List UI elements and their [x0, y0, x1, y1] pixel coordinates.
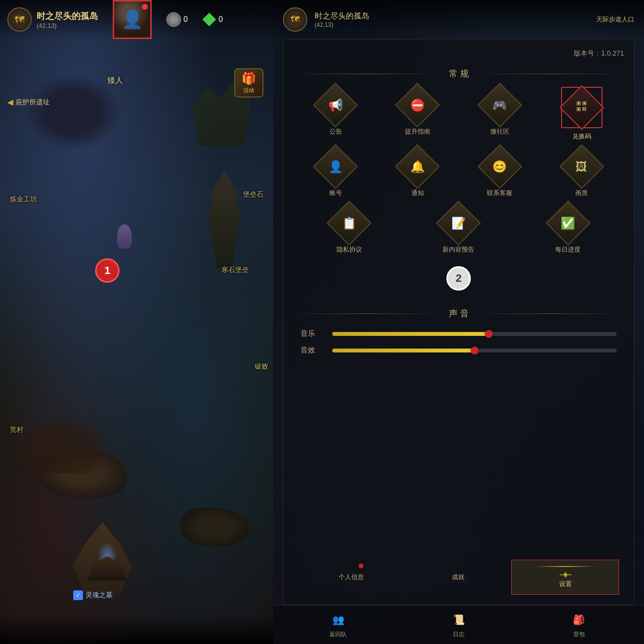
- location-coords-right: (42,13): [315, 21, 369, 28]
- currency-display-left: 0: [166, 12, 188, 27]
- left-panel: 🗺 时之尽头的孤岛 (42,13) 👤 0 0 矮人 🎁 活动 ◀ 庇护所遗址 …: [0, 0, 273, 644]
- settings-button[interactable]: 设置: [511, 560, 619, 595]
- redeem-highlight-box: [561, 87, 603, 128]
- sound-section-title: 声 音: [293, 308, 624, 319]
- shelter-button[interactable]: ◀ 庇护所遗址: [7, 98, 50, 107]
- tab-bag[interactable]: 🎒 背包: [519, 611, 639, 639]
- icon-quality[interactable]: 🖼 画质: [544, 148, 619, 197]
- redeem-label: 兑换码: [572, 132, 591, 141]
- icon-account[interactable]: 👤 账号: [298, 148, 373, 197]
- currency-icon-left: [166, 12, 181, 27]
- currency-amount-left: 0: [183, 15, 188, 24]
- location-name-right: 时之尽头的孤岛: [315, 11, 369, 21]
- icon-support[interactable]: 😊 联系客服: [463, 148, 537, 197]
- bottom-actions: 个人信息 成就 设置: [293, 560, 624, 595]
- soul-tomb-label-text: ✓ 灵魂之墓: [73, 590, 113, 600]
- privacy-symbol: 📋: [342, 216, 357, 230]
- portrait-notification-dot: [142, 4, 148, 10]
- achievement-label: 成就: [452, 573, 464, 582]
- icon-quality-wrapper: 🖼: [564, 148, 600, 185]
- soul-tomb-name: 灵魂之墓: [85, 591, 113, 600]
- redeem-symbol: [576, 100, 587, 115]
- quality-label: 画质: [575, 189, 588, 197]
- svg-marker-13: [564, 572, 567, 578]
- icon-community[interactable]: 🎮 微社区: [463, 87, 537, 141]
- step2-number: 2: [456, 272, 462, 285]
- soul-tomb: [88, 542, 127, 581]
- gem-icon-left: [202, 13, 216, 26]
- sound-section: 声 音 音乐 音效: [293, 308, 624, 362]
- bag-label: 背包: [573, 630, 585, 639]
- chevron-icon: ◀: [7, 98, 13, 107]
- icon-redeem[interactable]: 兑换码: [544, 87, 619, 141]
- svg-rect-5: [584, 102, 585, 104]
- check-icon: ✓: [73, 590, 83, 600]
- personal-info-button[interactable]: 个人信息: [298, 560, 405, 595]
- map-icon-right[interactable]: 🗺: [283, 7, 307, 32]
- bag-icon: 🎒: [570, 611, 587, 628]
- icon-daily[interactable]: ✅ 每日进度: [550, 205, 586, 254]
- step-badge-2: 2: [446, 266, 471, 291]
- icons-grid-row3: 📋 隐私协议 📝 新内容预告 ✅ 每日进度: [293, 205, 624, 254]
- party-icon: 👥: [330, 611, 347, 628]
- map-icon-left[interactable]: 🗺: [7, 7, 32, 32]
- gem-amount-left: 0: [219, 15, 223, 24]
- icon-privacy[interactable]: 📋 隐私协议: [331, 205, 367, 254]
- notification-label: 通知: [411, 189, 424, 197]
- svg-rect-10: [584, 107, 586, 109]
- svg-rect-8: [578, 108, 580, 110]
- preview-label: 新内容预告: [443, 245, 474, 254]
- location-coords-left: (42,13): [37, 22, 98, 29]
- section-general-text: 常 规: [449, 68, 469, 79]
- effect-slider-fill: [332, 349, 475, 352]
- icon-privacy-wrapper: 📋: [331, 205, 367, 241]
- log-icon: 📜: [450, 611, 467, 628]
- account-label: 账号: [329, 189, 342, 197]
- step-badge-1: 1: [95, 258, 120, 283]
- icon-notification[interactable]: 🔔 通知: [380, 148, 455, 197]
- music-slider-track[interactable]: [332, 332, 617, 336]
- sound-title-text: 声 音: [449, 308, 469, 319]
- guide-label: 提升指南: [405, 127, 430, 136]
- right-panel: 🗺 时之尽头的孤岛 (42,13) 天际步道人口 版本号：1.0.271 常 规…: [273, 0, 644, 644]
- community-symbol: 🎮: [492, 98, 507, 112]
- privacy-label: 隐私协议: [337, 245, 362, 254]
- effect-slider-row: 音效: [293, 346, 624, 355]
- svg-rect-2: [578, 102, 580, 104]
- support-label: 联系客服: [487, 189, 512, 197]
- effect-slider-track[interactable]: [332, 349, 617, 352]
- activity-button[interactable]: 🎁 活动: [234, 68, 263, 98]
- music-slider-row: 音乐: [293, 329, 624, 338]
- right-currency: 天际步道人口: [596, 15, 634, 24]
- personal-info-dot: [359, 564, 363, 568]
- activity-icon: 🎁: [242, 72, 256, 85]
- achievement-button[interactable]: 成就: [405, 560, 512, 595]
- svg-rect-12: [584, 109, 586, 111]
- top-bar-left: 🗺 时之尽头的孤岛 (42,13) 👤 0 0: [0, 0, 273, 39]
- music-slider-fill: [332, 332, 489, 336]
- section-general-title: 常 规: [293, 68, 624, 79]
- settings-label: 设置: [559, 580, 572, 588]
- icon-community-wrapper: 🎮: [482, 87, 518, 123]
- effect-slider-thumb[interactable]: [471, 347, 479, 354]
- icon-account-wrapper: 👤: [317, 148, 354, 185]
- icon-announcement[interactable]: 📢 公告: [298, 87, 373, 141]
- npc-label: 矮人: [107, 76, 123, 86]
- community-label: 微社区: [490, 127, 509, 136]
- icon-preview-wrapper: 📝: [440, 205, 477, 241]
- quality-symbol: 🖼: [576, 160, 587, 174]
- music-slider-thumb[interactable]: [485, 330, 493, 338]
- personal-info-label: 个人信息: [339, 573, 364, 582]
- location-info-right: 时之尽头的孤岛 (42,13): [315, 11, 369, 28]
- settings-panel: 版本号：1.0.271 常 规 📢 公告 ⛔ 提升指南: [283, 39, 634, 605]
- character-portrait[interactable]: 👤: [113, 0, 152, 39]
- tab-log[interactable]: 📜 日志: [399, 611, 519, 639]
- icon-support-wrapper: 😊: [482, 148, 518, 185]
- tab-party[interactable]: 👥 返回队: [278, 611, 399, 639]
- icon-preview[interactable]: 📝 新内容预告: [440, 205, 477, 254]
- version-label: 版本号：1.0.271: [293, 49, 624, 58]
- icons-grid-row2: 👤 账号 🔔 通知 😊 联系客服: [293, 148, 624, 197]
- log-label: 日志: [453, 630, 464, 639]
- icon-guide[interactable]: ⛔ 提升指南: [380, 87, 455, 141]
- terrain-village: [15, 415, 112, 473]
